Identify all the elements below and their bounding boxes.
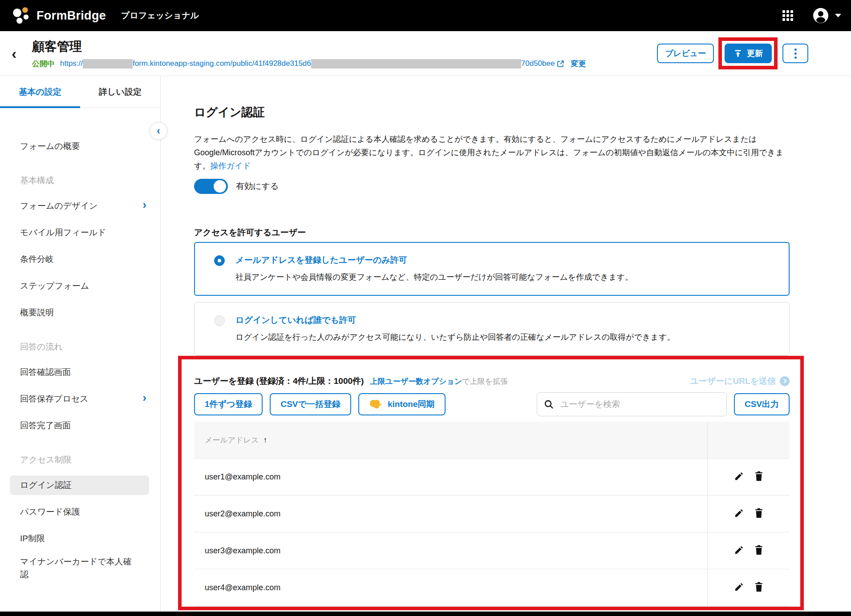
email-column-header[interactable]: メールアドレス↑ — [194, 422, 708, 459]
back-button[interactable]: ‹ — [12, 46, 32, 61]
preview-button[interactable]: プレビュー — [657, 44, 714, 63]
topbar: FormBridge プロフェッショナル — [0, 0, 851, 31]
redacted-block — [311, 59, 521, 68]
external-link-icon — [557, 60, 564, 68]
change-url-link[interactable]: 変更 — [571, 59, 586, 69]
delete-button[interactable] — [749, 579, 769, 596]
kebab-menu-icon — [794, 48, 797, 59]
main-content: ログイン認証 フォームへのアクセス時に、ログイン認証による本人確認を求めることが… — [161, 76, 851, 616]
formbridge-logo-icon — [11, 5, 31, 26]
sidebar-item-login-auth[interactable]: ログイン認証 — [10, 475, 149, 495]
delete-button[interactable] — [749, 505, 769, 523]
sidebar-item-form-design[interactable]: フォームのデザイン› — [20, 196, 149, 216]
users-toolbar: 1件ずつ登録 CSVで一括登録 kintone同期 — [194, 392, 790, 416]
enable-toggle[interactable] — [194, 179, 228, 194]
caret-down-icon[interactable] — [835, 14, 841, 17]
trash-icon — [754, 471, 764, 482]
pencil-icon — [734, 545, 744, 555]
sort-asc-icon: ↑ — [263, 435, 267, 444]
bottom-bar — [0, 612, 851, 616]
sidebar-item-mobile-fields[interactable]: モバイル用フィールド — [20, 223, 149, 242]
send-url-link[interactable]: ユーザーにURLを送信 — [690, 375, 790, 387]
send-url-label: ユーザーにURLを送信 — [690, 375, 776, 387]
limit-option-link[interactable]: 上限ユーザー数オプション — [370, 376, 462, 387]
sidebar-section-basic-structure: 基本構成 — [20, 174, 149, 187]
option-title: ログインしていれば誰でも許可 — [235, 314, 675, 326]
status-badge: 公開中 — [32, 59, 55, 69]
search-input[interactable] — [559, 399, 720, 410]
email-cell: user3@example.com — [194, 532, 708, 569]
pencil-icon — [734, 582, 744, 592]
csv-export-button[interactable]: CSV出力 — [734, 393, 790, 415]
user-avatar-icon[interactable] — [813, 8, 829, 24]
sidebar-item-conditional-branch[interactable]: 条件分岐 — [20, 250, 149, 269]
radio-unchecked-icon[interactable] — [214, 315, 225, 326]
radio-checked-icon[interactable] — [214, 255, 225, 266]
sidebar-collapse-button[interactable]: ‹ — [150, 122, 167, 140]
guide-link[interactable]: 操作ガイド — [210, 161, 251, 170]
settings-tabs: 基本の設定 詳しい設定 — [0, 76, 160, 108]
user-search — [537, 392, 727, 416]
sidebar-item-overview-description[interactable]: 概要説明 — [20, 303, 149, 322]
sidebar-item-step-form[interactable]: ステップフォーム — [20, 276, 149, 296]
edit-button[interactable] — [729, 542, 749, 559]
body: 基本の設定 詳しい設定 フォームの概要 基本構成 フォームのデザイン› モバイル… — [0, 76, 851, 616]
sidebar-item-ip-restriction[interactable]: IP制限 — [20, 529, 149, 548]
kintone-sync-label: kintone同期 — [388, 399, 435, 410]
sidebar-item-response-complete-screen[interactable]: 回答完了画面 — [20, 416, 149, 435]
circle-arrow-icon — [780, 376, 790, 386]
toggle-label: 有効にする — [236, 181, 279, 192]
users-header-row: ユーザーを登録 (登録済：4件/上限：1000件) 上限ユーザー数オプション で… — [194, 375, 790, 387]
edit-button[interactable] — [729, 579, 749, 596]
page-header: ‹ 顧客管理 公開中 https:// form.kintoneapp-stag… — [0, 31, 851, 76]
sidebar: 基本の設定 詳しい設定 フォームの概要 基本構成 フォームのデザイン› モバイル… — [0, 76, 161, 616]
table-row: user2@example.com — [194, 495, 790, 532]
update-button-label: 更新 — [747, 48, 763, 59]
chevron-right-icon: › — [142, 389, 146, 407]
tab-basic-settings[interactable]: 基本の設定 — [0, 76, 80, 108]
url-part-1: https:// — [60, 59, 83, 68]
users-table: メールアドレス↑ user1@example.com — [194, 422, 790, 606]
section-description: フォームへのアクセス時に、ログイン認証による本人確認を求めることができます。有効… — [194, 133, 790, 173]
tab-advanced-settings[interactable]: 詳しい設定 — [80, 76, 160, 108]
sidebar-item-password-protection[interactable]: パスワード保護 — [20, 502, 149, 522]
app-grid-icon[interactable] — [782, 10, 793, 21]
delete-button[interactable] — [749, 542, 769, 560]
page-title: 顧客管理 — [32, 38, 586, 55]
option-description: ログイン認証を行った人のみがアクセス可能になり、いたずら防止や回答者の正確なメー… — [235, 332, 675, 342]
edit-button[interactable] — [729, 505, 749, 522]
redacted-block — [83, 59, 133, 68]
option-title: メールアドレスを登録したユーザーのみ許可 — [235, 254, 633, 266]
trash-icon — [754, 544, 764, 556]
sidebar-item-response-confirm-screen[interactable]: 回答確認画面 — [20, 362, 149, 382]
users-title: ユーザーを登録 (登録済：4件/上限：1000件) — [194, 375, 364, 387]
trash-icon — [754, 581, 764, 592]
kintone-icon — [369, 399, 382, 410]
actions-cell — [708, 532, 790, 569]
table-row: user3@example.com — [194, 532, 790, 569]
sidebar-item-form-overview[interactable]: フォームの概要 — [20, 137, 149, 156]
limit-suffix: で上限を拡張 — [462, 376, 508, 387]
sidebar-item-response-save-process[interactable]: 回答保存プロセス› — [20, 389, 149, 409]
kintone-sync-button[interactable]: kintone同期 — [358, 393, 446, 415]
option-registered-users[interactable]: メールアドレスを登録したユーザーのみ許可 社員アンケートや会員情報の変更フォーム… — [194, 242, 790, 296]
actions-cell — [708, 495, 790, 532]
brand-name: FormBridge — [36, 9, 106, 23]
topbar-right — [782, 8, 841, 24]
form-url-link[interactable]: https:// form.kintoneapp-staging.com/pub… — [60, 59, 564, 68]
plan-label: プロフェッショナル — [121, 10, 199, 21]
title-block: 顧客管理 公開中 https:// form.kintoneapp-stagin… — [32, 38, 586, 69]
register-single-button[interactable]: 1件ずつ登録 — [194, 393, 263, 415]
delete-button[interactable] — [749, 468, 769, 486]
sidebar-item-mynumber-card[interactable]: マイナンバーカードで本人確認 — [20, 556, 149, 581]
enable-toggle-row: 有効にする — [194, 179, 790, 194]
update-button[interactable]: 更新 — [725, 44, 772, 63]
email-cell: user1@example.com — [194, 459, 708, 495]
search-icon — [543, 399, 554, 410]
more-menu-button[interactable] — [782, 44, 808, 63]
edit-button[interactable] — [729, 468, 749, 485]
chevron-right-icon: › — [142, 196, 146, 213]
csv-bulk-register-button[interactable]: CSVで一括登録 — [270, 393, 351, 415]
url-part-2: form.kintoneapp-staging.com/public/41f49… — [133, 59, 311, 68]
option-anyone-logged-in[interactable]: ログインしていれば誰でも許可 ログイン認証を行った人のみがアクセス可能になり、い… — [194, 302, 790, 356]
